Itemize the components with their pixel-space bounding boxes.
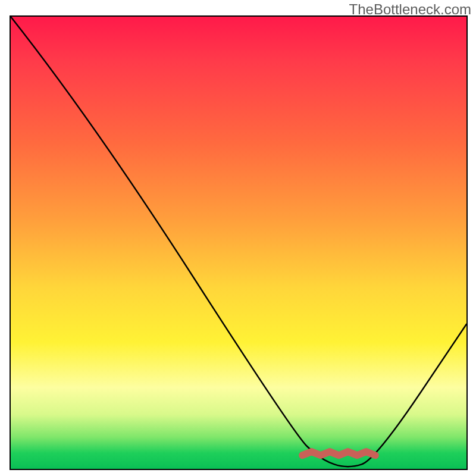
bottleneck-chart: TheBottleneck.com — [0, 0, 476, 476]
highlight-range-marker — [302, 452, 375, 455]
bottleneck-curve-line — [11, 17, 466, 466]
chart-svg — [11, 17, 466, 469]
plot-area — [10, 15, 468, 470]
